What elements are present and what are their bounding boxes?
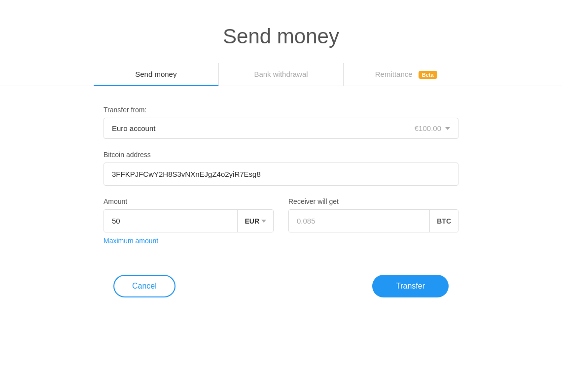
tab-bank-withdrawal[interactable]: Bank withdrawal — [219, 63, 344, 86]
transfer-button[interactable]: Transfer — [372, 275, 449, 297]
send-money-form: Transfer from: Euro account €100.00 Bitc… — [94, 106, 468, 245]
form-actions: Cancel Transfer — [94, 275, 468, 297]
tabs-nav: Send money Bank withdrawal Remittance Be… — [0, 63, 562, 86]
amount-label: Amount — [104, 197, 274, 205]
bitcoin-address-input[interactable] — [104, 163, 458, 186]
currency-chevron-icon — [261, 220, 266, 223]
maximum-amount-link[interactable]: Maximum amount — [104, 237, 158, 245]
tab-send-money[interactable]: Send money — [94, 63, 219, 86]
currency-selector[interactable]: EUR — [237, 210, 273, 232]
amount-receiver-row: Amount EUR Receiver will get BTC — [104, 197, 458, 232]
beta-badge: Beta — [419, 71, 437, 79]
receiver-input-wrapper: BTC — [288, 209, 458, 232]
receiver-currency: BTC — [429, 210, 458, 232]
account-select[interactable]: Euro account €100.00 — [104, 118, 458, 139]
transfer-from-label: Transfer from: — [104, 106, 458, 114]
chevron-down-icon — [445, 127, 450, 130]
account-name: Euro account — [112, 124, 155, 132]
bitcoin-address-label: Bitcoin address — [104, 151, 458, 159]
receiver-label: Receiver will get — [288, 197, 458, 205]
receiver-group: Receiver will get BTC — [288, 197, 458, 232]
bitcoin-address-group: Bitcoin address — [104, 151, 458, 186]
tab-remittance[interactable]: Remittance Beta — [344, 63, 468, 86]
currency-label: EUR — [245, 217, 259, 225]
account-balance: €100.00 — [415, 124, 450, 132]
transfer-from-group: Transfer from: Euro account €100.00 — [104, 106, 458, 139]
cancel-button[interactable]: Cancel — [113, 275, 176, 297]
amount-input-wrapper: EUR — [104, 209, 274, 232]
receiver-input[interactable] — [289, 210, 429, 232]
amount-group: Amount EUR — [104, 197, 274, 232]
amount-input[interactable] — [104, 210, 237, 232]
page-title: Send money — [223, 25, 339, 48]
